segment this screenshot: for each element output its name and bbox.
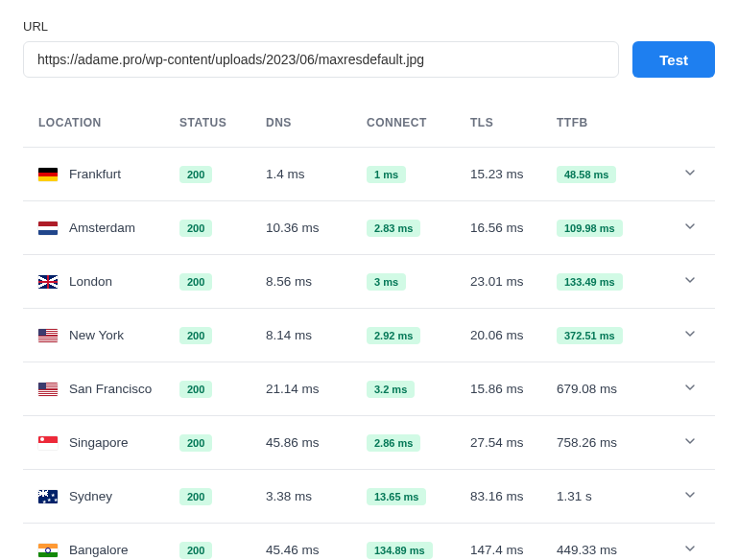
connect-badge: 13.65 ms [367, 488, 426, 505]
results-table: LOCATION STATUS DNS CONNECT TLS TTFB Fra… [23, 105, 715, 560]
url-label: URL [23, 19, 715, 34]
location-name: Amsterdam [69, 221, 135, 235]
table-row: London 2008.56 ms3 ms23.01 ms133.49 ms [23, 255, 715, 309]
chevron-down-icon[interactable] [682, 433, 698, 452]
tls-value: 27.54 ms [463, 416, 549, 470]
table-row: San Francisco 20021.14 ms3.2 ms15.86 ms6… [23, 362, 715, 416]
status-badge: 200 [179, 434, 212, 452]
table-row: Amsterdam 20010.36 ms2.83 ms16.56 ms109.… [23, 201, 715, 255]
connect-badge: 134.89 ms [367, 542, 433, 559]
tls-value: 16.56 ms [463, 201, 549, 255]
status-badge: 200 [179, 542, 212, 559]
ttfb-badge: 48.58 ms [557, 166, 616, 183]
chevron-down-icon[interactable] [682, 326, 698, 344]
table-row: Frankfurt 2001.4 ms1 ms15.23 ms48.58 ms [23, 148, 715, 201]
ttfb-badge: 133.49 ms [557, 273, 623, 291]
table-row: Sydney 2003.38 ms13.65 ms83.16 ms1.31 s [23, 470, 715, 524]
connect-badge: 3.2 ms [367, 381, 415, 398]
chevron-down-icon[interactable] [682, 165, 698, 183]
url-input[interactable] [23, 41, 619, 78]
connect-badge: 2.92 ms [367, 327, 420, 344]
tls-value: 23.01 ms [463, 255, 549, 309]
location-name: Sydney [69, 489, 112, 503]
status-badge: 200 [179, 166, 212, 183]
dns-value: 45.46 ms [258, 524, 359, 561]
location-name: Singapore [69, 435, 129, 450]
col-header-ttfb: TTFB [549, 105, 659, 148]
flag-icon [38, 436, 58, 450]
status-badge: 200 [179, 273, 212, 291]
dns-value: 8.14 ms [258, 309, 359, 362]
dns-value: 21.14 ms [258, 362, 359, 416]
dns-value: 3.38 ms [258, 470, 359, 524]
dns-value: 45.86 ms [258, 416, 359, 470]
location-name: Bangalore [69, 543, 129, 557]
flag-icon [38, 222, 58, 235]
ttfb-badge: 109.98 ms [557, 220, 623, 237]
status-badge: 200 [179, 327, 212, 344]
flag-icon [38, 275, 58, 289]
chevron-down-icon[interactable] [682, 487, 698, 505]
col-header-tls: TLS [463, 105, 549, 148]
location-name: San Francisco [69, 382, 152, 396]
tls-value: 83.16 ms [463, 470, 549, 524]
ttfb-badge: 372.51 ms [557, 327, 623, 344]
chevron-down-icon[interactable] [682, 219, 698, 237]
test-button[interactable]: Test [632, 41, 715, 78]
chevron-down-icon[interactable] [682, 380, 698, 398]
ttfb-value: 758.26 ms [557, 435, 617, 450]
tls-value: 20.06 ms [463, 309, 549, 362]
ttfb-value: 449.33 ms [557, 543, 617, 557]
tls-value: 15.23 ms [463, 148, 549, 201]
location-name: Frankfurt [69, 167, 121, 181]
location-name: New York [69, 328, 124, 342]
flag-icon [38, 544, 58, 557]
flag-icon [38, 168, 58, 181]
status-badge: 200 [179, 381, 212, 398]
col-header-status: STATUS [172, 105, 258, 148]
flag-icon [38, 490, 58, 503]
dns-value: 8.56 ms [258, 255, 359, 309]
table-row: Bangalore 20045.46 ms134.89 ms147.4 ms44… [23, 524, 715, 561]
connect-badge: 2.86 ms [367, 434, 420, 452]
connect-badge: 2.83 ms [367, 220, 420, 237]
col-header-connect: CONNECT [359, 105, 463, 148]
chevron-down-icon[interactable] [682, 541, 698, 559]
dns-value: 1.4 ms [258, 148, 359, 201]
table-row: Singapore 20045.86 ms2.86 ms27.54 ms758.… [23, 416, 715, 470]
location-name: London [69, 274, 112, 289]
col-header-location: LOCATION [23, 105, 172, 148]
col-header-dns: DNS [258, 105, 359, 148]
status-badge: 200 [179, 488, 212, 505]
ttfb-value: 1.31 s [557, 489, 592, 503]
connect-badge: 1 ms [367, 166, 406, 183]
flag-icon [38, 329, 58, 342]
flag-icon [38, 383, 58, 396]
ttfb-value: 679.08 ms [557, 382, 617, 396]
table-row: New York 2008.14 ms2.92 ms20.06 ms372.51… [23, 309, 715, 362]
status-badge: 200 [179, 220, 212, 237]
chevron-down-icon[interactable] [682, 272, 698, 291]
dns-value: 10.36 ms [258, 201, 359, 255]
connect-badge: 3 ms [367, 273, 406, 291]
tls-value: 147.4 ms [463, 524, 549, 561]
tls-value: 15.86 ms [463, 362, 549, 416]
